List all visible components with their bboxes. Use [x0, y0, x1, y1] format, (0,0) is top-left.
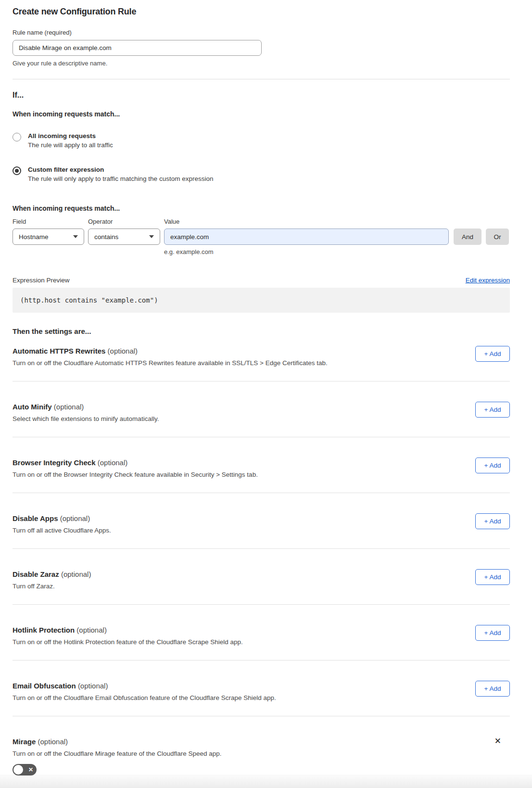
setting-name: Automatic HTTPS Rewrites — [13, 347, 105, 355]
toggle-off-icon: ✕ — [28, 766, 33, 773]
add-button[interactable]: + Add — [475, 569, 510, 585]
setting-description: Turn on or off the Cloudflare Automatic … — [13, 359, 328, 367]
optional-tag: (optional) — [76, 626, 107, 634]
rule-name-helper: Give your rule a descriptive name. — [13, 60, 510, 67]
setting-divider — [13, 716, 510, 716]
field-column-label: Field — [13, 218, 88, 225]
if-heading: If... — [13, 91, 510, 100]
setting-disable-zaraz: Disable Zaraz (optional) Turn off Zaraz.… — [13, 570, 510, 590]
radio-label: Custom filter expression — [28, 166, 213, 173]
value-input[interactable] — [164, 229, 449, 245]
mirage-toggle-off[interactable]: ✕ — [13, 764, 37, 775]
add-button[interactable]: + Add — [475, 402, 510, 418]
close-icon[interactable]: ✕ — [494, 737, 501, 745]
optional-tag: (optional) — [54, 403, 84, 411]
value-helper: e.g. example.com — [164, 248, 510, 255]
setting-description: Select which file extensions to minify a… — [13, 415, 159, 422]
footer-edge — [0, 775, 532, 788]
optional-tag: (optional) — [98, 458, 128, 467]
builder-heading: When incoming requests match... — [13, 204, 510, 212]
setting-description: Turn off all active Cloudflare Apps. — [13, 527, 111, 534]
rule-name-input[interactable] — [13, 40, 262, 56]
setting-divider — [13, 548, 510, 549]
setting-divider — [13, 381, 510, 381]
match-heading: When incoming requests match... — [13, 110, 510, 118]
section-divider — [13, 79, 510, 79]
radio-description: The rule will apply to all traffic — [28, 141, 113, 149]
setting-email-obfuscation: Email Obfuscation (optional) Turn on or … — [13, 682, 510, 701]
rule-name-label: Rule name (required) — [13, 29, 510, 36]
field-select-value: Hostname — [19, 233, 49, 241]
radio-label: All incoming requests — [28, 132, 113, 140]
add-button[interactable]: + Add — [475, 681, 510, 697]
radio-selected-icon[interactable] — [13, 166, 21, 175]
add-button[interactable]: + Add — [475, 346, 510, 362]
setting-browser-integrity-check: Browser Integrity Check (optional) Turn … — [13, 458, 510, 478]
field-select[interactable]: Hostname — [13, 229, 84, 245]
add-button[interactable]: + Add — [475, 513, 510, 529]
or-button[interactable]: Or — [486, 229, 509, 245]
optional-tag: (optional) — [78, 682, 108, 690]
setting-name: Disable Zaraz — [13, 570, 59, 578]
chevron-down-icon — [73, 235, 78, 238]
setting-name: Email Obfuscation — [13, 682, 76, 690]
setting-auto-minify: Auto Minify (optional) Select which file… — [13, 403, 510, 422]
setting-divider — [13, 604, 510, 605]
operator-column-label: Operator — [88, 218, 164, 225]
then-settings-heading: Then the settings are... — [13, 327, 510, 335]
radio-description: The rule will only apply to traffic matc… — [28, 175, 213, 182]
page-title: Create new Configuration Rule — [13, 7, 510, 17]
operator-select-value: contains — [94, 233, 118, 241]
create-configuration-rule-form: Create new Configuration Rule Rule name … — [0, 0, 532, 775]
radio-unselected-icon[interactable] — [13, 133, 21, 141]
expression-preview-label: Expression Preview — [13, 277, 70, 284]
operator-select[interactable]: contains — [88, 229, 160, 245]
optional-tag: (optional) — [108, 347, 138, 355]
setting-name: Auto Minify — [13, 403, 52, 411]
setting-mirage: Mirage (optional) Turn on or off the Clo… — [13, 737, 510, 757]
optional-tag: (optional) — [61, 570, 91, 578]
add-button[interactable]: + Add — [475, 458, 510, 473]
setting-description: Turn on or off the Cloudflare Mirage fea… — [13, 750, 222, 757]
setting-divider — [13, 493, 510, 493]
radio-option-all-requests[interactable]: All incoming requests The rule will appl… — [13, 132, 510, 149]
radio-option-custom-filter[interactable]: Custom filter expression The rule will o… — [13, 166, 510, 182]
optional-tag: (optional) — [60, 514, 90, 522]
value-column-label: Value — [164, 218, 179, 225]
and-button[interactable]: And — [454, 229, 481, 245]
setting-description: Turn on or off the Browser Integrity Che… — [13, 471, 258, 478]
setting-description: Turn on or off the Hotlink Protection fe… — [13, 638, 243, 646]
setting-description: Turn on or off the Cloudflare Email Obfu… — [13, 694, 276, 701]
expression-preview-code: (http.host contains "example.com") — [13, 288, 510, 313]
setting-automatic-https-rewrites: Automatic HTTPS Rewrites (optional) Turn… — [13, 347, 510, 367]
setting-divider — [13, 660, 510, 661]
add-button[interactable]: + Add — [475, 625, 510, 641]
optional-tag: (optional) — [38, 737, 68, 746]
setting-name: Hotlink Protection — [13, 626, 75, 634]
setting-disable-apps: Disable Apps (optional) Turn off all act… — [13, 514, 510, 534]
setting-name: Disable Apps — [13, 514, 58, 522]
chevron-down-icon — [149, 235, 154, 238]
toggle-knob — [13, 765, 23, 775]
setting-name: Mirage — [13, 737, 36, 746]
setting-name: Browser Integrity Check — [13, 458, 96, 467]
setting-hotlink-protection: Hotlink Protection (optional) Turn on or… — [13, 626, 510, 646]
setting-description: Turn off Zaraz. — [13, 583, 91, 590]
edit-expression-link[interactable]: Edit expression — [466, 277, 510, 284]
setting-divider — [13, 437, 510, 437]
